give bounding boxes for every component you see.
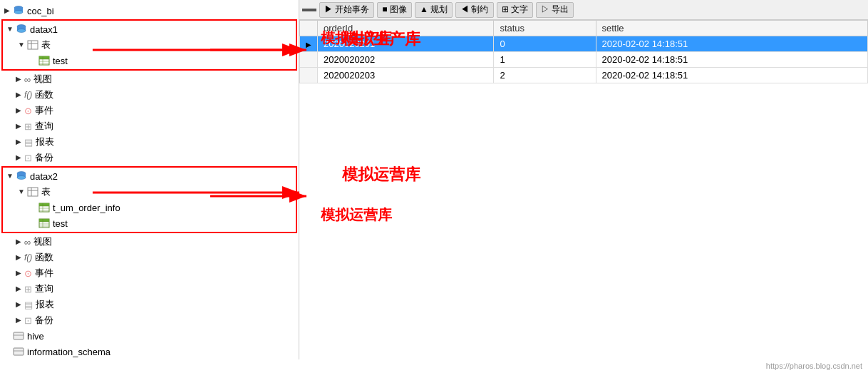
expand-arrow[interactable] <box>14 138 23 146</box>
toolbar-btn-constraint[interactable]: ◀ 制约 <box>455 2 493 18</box>
expand-arrow[interactable] <box>14 300 23 309</box>
toolbar-btn-image[interactable]: ■ 图像 <box>377 2 412 18</box>
tree-item-datax2-tables[interactable]: 表 <box>3 184 296 200</box>
tree-item-datax1[interactable]: datax1 <box>3 21 296 37</box>
query-icon: ⊞ <box>24 121 32 132</box>
tree-item-datax2-queries[interactable]: ⊞ 查询 <box>0 281 299 297</box>
db-icon-datax2 <box>16 170 30 183</box>
tree-label: 函数 <box>35 251 53 264</box>
table-row[interactable]: 2020020203 2 2020-02-02 14:18:51 <box>300 68 868 83</box>
tree-item-datax1-events[interactable]: ⊙ 事件 <box>0 103 299 118</box>
tree-item-datax1-backup[interactable]: ⊡ 备份 <box>0 150 299 165</box>
toolbar-btn-text[interactable]: ⊞ 文字 <box>497 2 533 18</box>
col-header-settle[interactable]: settle <box>596 21 867 36</box>
tree-label-hive: hive <box>27 331 44 342</box>
svg-point-2 <box>14 11 23 14</box>
leaf-arrow <box>29 203 37 212</box>
svg-rect-6 <box>28 41 38 49</box>
datax2-highlight-box: datax2 表 <box>1 166 297 233</box>
table-row[interactable]: 2020020202 1 2020-02-02 14:18:51 <box>300 52 868 68</box>
tree-label-info-schema: information_schema <box>27 347 110 357</box>
table-icon <box>38 55 53 67</box>
leaf-arrow-info <box>3 347 11 356</box>
table-group-icon2 <box>27 186 41 198</box>
toolbar-handle[interactable] <box>302 9 316 11</box>
tree-label-t-um: t_um_order_info <box>53 203 120 213</box>
table-group-icon <box>27 39 41 51</box>
tree-label-datax1: datax1 <box>30 24 58 35</box>
toolbar-btn-export[interactable]: ▷ 导出 <box>536 2 574 18</box>
info-schema-icon <box>13 346 27 358</box>
tree-item-datax2-test[interactable]: test <box>3 215 296 231</box>
tree-label: 函数 <box>35 88 53 101</box>
expand-arrow[interactable] <box>14 253 23 262</box>
expand-arrow-datax2[interactable] <box>6 172 14 180</box>
row-indicator-1: ▶ <box>300 36 318 52</box>
cell-settle-3: 2020-02-02 14:18:51 <box>596 68 867 83</box>
expand-arrow[interactable] <box>14 75 23 83</box>
tree-item-datax1-test[interactable]: test <box>3 53 296 68</box>
expand-arrow-datax2-tables[interactable] <box>17 188 26 196</box>
expand-arrow[interactable] <box>14 122 23 131</box>
expand-arrow[interactable] <box>3 6 11 15</box>
tree-item-datax1-queries[interactable]: ⊞ 查询 <box>0 118 299 134</box>
db-icon <box>13 5 27 17</box>
event-icon: ⊙ <box>24 106 32 116</box>
toolbar-btn-transaction[interactable]: ▶ 开始事务 <box>319 2 374 18</box>
expand-arrow[interactable] <box>14 285 23 293</box>
cell-settle-1: 2020-02-02 14:18:51 <box>596 36 867 52</box>
expand-arrow[interactable] <box>14 316 23 325</box>
svg-rect-33 <box>14 332 24 339</box>
table-row[interactable]: ▶ 2020020201 0 2020-02-02 14:18:51 <box>300 36 868 52</box>
hive-icon <box>13 330 27 342</box>
tree-label: 视图 <box>33 235 52 248</box>
tree-label: coc_bi <box>27 6 54 16</box>
tree-item-datax2[interactable]: datax2 <box>3 168 296 184</box>
cell-orderid-2: 2020020202 <box>318 52 494 68</box>
tree-item-datax2-events[interactable]: ⊙ 事件 <box>0 265 299 281</box>
tree-item-datax2-funcs[interactable]: f() 函数 <box>0 250 299 265</box>
backup-icon: ⊡ <box>24 153 32 163</box>
col-header-status[interactable]: status <box>494 21 596 36</box>
tree-label-test2: test <box>53 218 68 229</box>
tree-label: 事件 <box>35 104 53 117</box>
left-tree-panel[interactable]: coc_bi datax1 <box>0 0 299 359</box>
expand-arrow[interactable] <box>14 91 23 99</box>
tree-label: 报表 <box>36 136 54 148</box>
data-table-area[interactable]: orderId status settle ▶ 2020020201 0 202… <box>299 20 868 373</box>
svg-rect-22 <box>39 203 49 206</box>
expand-arrow[interactable] <box>14 153 23 162</box>
tree-item-datax1-tables[interactable]: 表 <box>3 37 296 53</box>
tree-label: 查询 <box>35 282 53 295</box>
col-header-orderid[interactable]: orderId <box>318 21 494 36</box>
toolbar-btn-plan[interactable]: ▲ 规划 <box>415 2 453 18</box>
tree-label-test: test <box>53 56 68 66</box>
cell-status-3: 2 <box>494 68 596 83</box>
cell-orderid-3: 2020020203 <box>318 68 494 83</box>
expand-arrow-datax1-tables[interactable] <box>17 41 26 49</box>
leaf-arrow-hive <box>3 332 11 340</box>
view-icon2: ∞ <box>24 237 31 247</box>
expand-arrow[interactable] <box>14 237 23 246</box>
svg-point-17 <box>17 176 26 180</box>
leaf-arrow2 <box>29 219 37 228</box>
tree-item-coc-bi[interactable]: coc_bi <box>0 3 299 19</box>
tree-item-datax2-backup[interactable]: ⊡ 备份 <box>0 312 299 328</box>
tree-item-datax1-funcs[interactable]: f() 函数 <box>0 87 299 103</box>
tree-item-hive[interactable]: hive <box>0 328 299 344</box>
expand-arrow-datax1[interactable] <box>6 25 14 34</box>
report-icon: ▤ <box>24 137 33 148</box>
svg-rect-28 <box>39 219 49 222</box>
cell-settle-2: 2020-02-02 14:18:51 <box>596 52 867 68</box>
event-icon2: ⊙ <box>24 268 32 279</box>
expand-arrow[interactable] <box>14 106 23 115</box>
tree-item-datax2-reports[interactable]: ▤ 报表 <box>0 297 299 312</box>
tree-item-datax2-views[interactable]: ∞ 视图 <box>0 234 299 250</box>
expand-arrow[interactable] <box>14 269 23 277</box>
tree-item-datax1-views[interactable]: ∞ 视图 <box>0 71 299 87</box>
tree-item-datax1-reports[interactable]: ▤ 报表 <box>0 134 299 150</box>
leaf-arrow <box>29 56 37 65</box>
tree-item-info-schema[interactable]: information_schema <box>0 344 299 359</box>
tree-item-datax2-t-um[interactable]: t_um_order_info <box>3 200 296 215</box>
table-icon2 <box>38 202 53 214</box>
